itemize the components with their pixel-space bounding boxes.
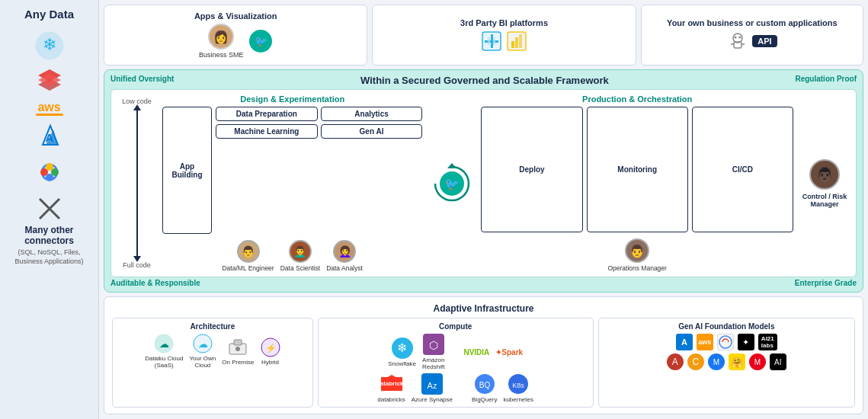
nvidia-item: NVIDIA (463, 348, 489, 357)
svg-rect-17 (485, 40, 498, 43)
svg-text:🐦: 🐦 (444, 177, 460, 191)
your-cloud-label: Your OwnCloud (189, 355, 216, 369)
deploy-box: Deploy (481, 107, 582, 232)
architecture-section: Architecture ☁ Dataiku Cloud(SaaS) ☁ (112, 318, 313, 408)
regulation-proof-label: Regulation Proof (795, 75, 857, 83)
compute-section: Compute ❄ Snowflake ⬡ AmazonRedshift (318, 318, 594, 408)
azure-genai-icon: A (676, 334, 693, 350)
databricks-label: databricks (377, 396, 405, 403)
svg-point-12 (46, 174, 53, 181)
ops-manager-label: Operations Manager (607, 264, 667, 272)
sidebar-icon-layers (35, 66, 64, 95)
svg-point-24 (733, 34, 742, 43)
apps-viz-title: Apps & Visualization (194, 11, 277, 21)
cohere-icon: C (687, 353, 704, 370)
on-premise-icon (228, 337, 248, 357)
third-party-title: 3rd Party BI platforms (460, 18, 548, 27)
svg-text:⬡: ⬡ (429, 339, 438, 351)
own-apps-section: Your own business or custom applications… (641, 5, 863, 66)
sidebar-icon-aws: aws (36, 101, 63, 116)
data-analyst-avatar: 👩‍🦱 (333, 240, 356, 263)
huggingface-icon: 🤗 (729, 353, 745, 370)
third-party-section: 3rd Party BI platforms (372, 5, 636, 66)
svg-text:BQ: BQ (479, 381, 490, 389)
stability-icon: AI (770, 353, 786, 370)
persona-ops-manager: 👨 Operations Manager (607, 238, 667, 272)
ml-engineer-label: Data/ML Engineer (222, 264, 274, 272)
bigquery-label: BigQuery (472, 396, 497, 403)
dataiku-icon: 🐦 (249, 30, 272, 53)
svg-rect-23 (519, 34, 522, 48)
many-connectors-sub: (SQL, NoSQL, Files, Business Application… (4, 248, 94, 266)
ci-cd-box: CI/CD (692, 107, 793, 232)
connectors-icon (36, 195, 63, 222)
snowflake-compute-icon: ❄ (392, 337, 413, 359)
sidebar-icon-snowflake: ❄ (35, 31, 64, 60)
genai-top-row: A aws ✦ AI21labs (605, 334, 848, 350)
on-premise-label: On Premise (222, 359, 254, 366)
databricks-icon: databricks (381, 373, 402, 395)
compute-bottom-row: databricks databricks Az Azure Synapse (325, 373, 587, 403)
snowflake-compute-item: ❄ Snowflake (388, 337, 416, 367)
design-personas: 👨 Data/ML Engineer 👨‍🦱 Data Scientist 👩‍… (162, 240, 422, 272)
kubernetes-item: K8s kubernetes (503, 373, 533, 403)
ml-engineer-avatar: 👨 (237, 240, 260, 263)
svg-text:☁: ☁ (159, 338, 169, 350)
svg-rect-22 (515, 37, 518, 48)
gcp-genai-icon (717, 334, 734, 350)
many-connectors-label: Many other connectors (4, 225, 94, 246)
compute-title: Compute (325, 322, 587, 331)
api-badge: API (752, 35, 777, 47)
nvidia-icon: NVIDIA (463, 348, 489, 357)
tableau-icon (481, 30, 502, 52)
monitoring-box: Monitoring (587, 107, 688, 232)
svg-text:⚡: ⚡ (264, 342, 276, 353)
top-row-boxes: Data Preparation Analytics (216, 107, 422, 121)
design-section: Design & Experimentation App Building Da… (162, 94, 422, 272)
inner-area: Low code Full code Design & Experimentat… (111, 89, 857, 277)
cycle-arrows-icon: 🐦 (429, 161, 475, 206)
main-content: Apps & Visualization 👩 Business SME 🐦 3r… (99, 0, 868, 419)
own-apps-title: Your own business or custom applications (667, 18, 838, 27)
control-risk-section: 👨🏿 Control / Risk Manager (798, 94, 851, 272)
svg-point-26 (735, 37, 737, 39)
compute-top-row: ❄ Snowflake ⬡ AmazonRedshift N (325, 334, 587, 370)
synapse-label: Azure Synapse (412, 396, 453, 403)
app-building-box: App Building (162, 107, 212, 234)
frame-bottom-labels: Auditable & Responsible Enterprise Grade (111, 279, 857, 287)
persona-data-analyst: 👩‍🦱 Data Analyst (326, 240, 363, 272)
spark-icon: ✦Spark (495, 348, 523, 357)
sidebar-title: Any Data (24, 8, 74, 21)
meta-icon: M (708, 353, 725, 370)
synapse-icon: Az (421, 373, 443, 395)
svg-marker-30 (447, 163, 456, 168)
top-bar: Apps & Visualization 👩 Business SME 🐦 3r… (104, 5, 863, 66)
ai21-badge: AI21labs (758, 334, 777, 350)
prod-personas: 👨 Operations Manager (481, 238, 793, 272)
production-section: Production & Orchestration Deploy Monito… (481, 94, 793, 272)
api-section: API (727, 30, 777, 52)
sidebar-icon-azure: A (35, 122, 64, 151)
svg-rect-21 (511, 41, 514, 48)
your-own-cloud-item: ☁ Your OwnCloud (189, 334, 216, 369)
aws-genai-icon: aws (697, 334, 713, 350)
auditable-label: Auditable & Responsible (111, 279, 200, 287)
production-title: Production & Orchestration (481, 94, 793, 104)
databricks-item: databricks databricks (377, 373, 405, 403)
design-boxes: App Building Data Preparation Analytics … (162, 107, 422, 234)
redshift-label: AmazonRedshift (422, 357, 444, 370)
production-boxes: Deploy Monitoring CI/CD (481, 107, 793, 232)
bottom-sections: Architecture ☁ Dataiku Cloud(SaaS) ☁ (112, 318, 855, 408)
hybrid-label: Hybrid (261, 359, 279, 366)
code-axis-arrow (136, 107, 138, 259)
hybrid-item: ⚡ Hybrid (261, 337, 280, 366)
design-title: Design & Experimentation (162, 94, 422, 104)
redshift-icon: ⬡ (423, 334, 444, 355)
spark-item: ✦Spark (495, 348, 523, 357)
business-sme-label: Business SME (199, 51, 244, 59)
kubernetes-icon: K8s (508, 373, 529, 395)
openai-genai-icon: ✦ (738, 334, 754, 350)
sidebar-many-connectors: Many other connectors (SQL, NoSQL, Files… (4, 195, 94, 266)
data-preparation-box: Data Preparation (216, 107, 318, 121)
right-design-boxes: Data Preparation Analytics Machine Learn… (216, 107, 422, 234)
